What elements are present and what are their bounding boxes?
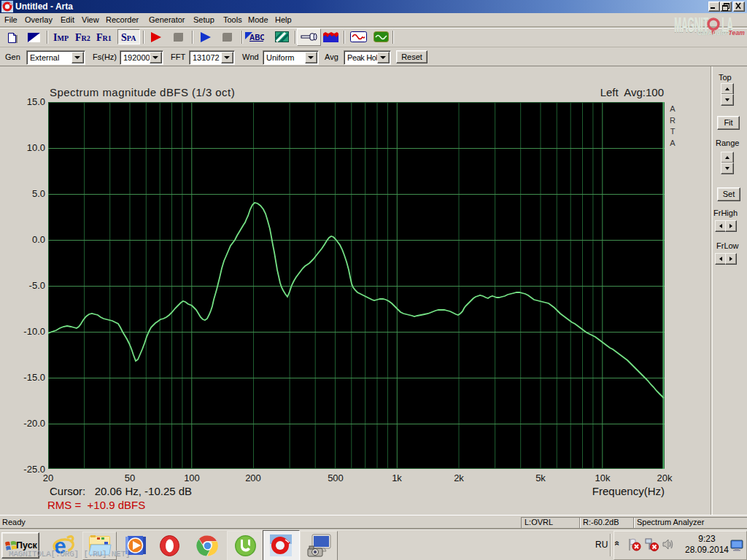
svg-text:ABC: ABC [249, 34, 264, 42]
